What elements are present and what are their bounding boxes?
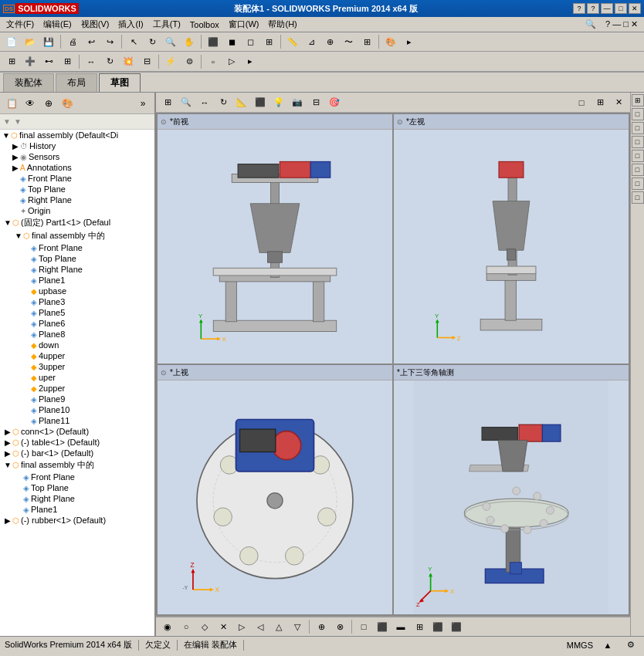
menu-tools[interactable]: 工具(T) [148,17,185,32]
tree-root[interactable]: ▼ ⬡ final assembly (Default<Di [0,130,154,140]
tree-item-plane6[interactable]: ◈ Plane6 [0,318,154,329]
vp-light[interactable]: 💡 [270,95,287,110]
tree-item-4upper[interactable]: ◆ 4upper [0,350,154,361]
tree-item-plane5[interactable]: ◈ Plane5 [0,307,154,318]
tree-item-plane8[interactable]: ◈ Plane8 [0,329,154,340]
section-button[interactable]: ⊞ [260,34,277,49]
viewport-left[interactable]: ⊙ *左视 [394,114,629,364]
vp-zoom-fit[interactable]: ⊞ [159,95,176,110]
tree-item-annotations[interactable]: ▶ A Annotations [0,162,154,173]
ref-geom-button[interactable]: ▫ [205,54,222,69]
expand-annotations[interactable]: ▶ [11,164,20,172]
status-units-button[interactable]: ▲ [599,637,616,653]
vp-fullscreen[interactable]: □ [573,95,590,110]
ft-btn-expand[interactable]: » [134,95,151,112]
vp-view[interactable]: 📐 [233,95,250,110]
redo-button[interactable]: ↪ [101,34,118,49]
expand-rubber1[interactable]: ▶ [3,516,12,525]
expand-table1[interactable]: ▶ [3,438,12,447]
menu-view[interactable]: 视图(V) [76,17,114,32]
menu-window[interactable]: 窗口(W) [224,17,264,32]
tree-item-rubber1[interactable]: ▶ ⬡ (-) rubber<1> (Default) [0,515,154,526]
vp-zoom-sel[interactable]: 🔍 [178,95,195,110]
tree-item-bar1[interactable]: ▶ ⬡ (-) bar<1> (Default) [0,448,154,458]
rp-btn-4[interactable]: □ [632,136,644,148]
more2-button[interactable]: ▸ [242,54,259,69]
tree-item-plane11[interactable]: ◈ Plane11 [0,415,154,426]
rp-btn-8[interactable]: □ [632,191,644,204]
tree-item-table1[interactable]: ▶ ⬡ (-) table<1> (Default) [0,437,154,448]
expand-asm-sub[interactable]: ▼ [14,232,23,240]
reference-button[interactable]: ⊕ [321,34,338,49]
ft-btn-1[interactable]: 📋 [3,95,20,112]
tree-item-fp3[interactable]: ◈ Front Plane [0,472,154,482]
bt-btn-1[interactable]: ◉ [159,619,176,634]
rotate-comp[interactable]: ↻ [101,54,118,69]
tree-item-down[interactable]: ◆ down [0,340,154,350]
pattern-button[interactable]: ⊞ [358,34,375,49]
vp-rotate[interactable]: ↻ [215,95,232,110]
tree-item-part1[interactable]: ▼ ⬡ (固定) Part1<1> (Defaul [0,216,154,229]
insert-component[interactable]: ➕ [22,54,39,69]
move-comp[interactable]: ↔ [83,54,100,69]
mate-button[interactable]: ⊷ [40,54,57,69]
view3d-button[interactable]: ⬛ [205,34,222,49]
tree-item-front-plane[interactable]: ◈ Front Plane [0,173,154,184]
viewport-top[interactable]: ⊙ *上视 [158,365,392,614]
collapse-button[interactable]: ⊟ [138,54,155,69]
tree-item-history[interactable]: ▶ ⏱ History [0,140,154,151]
rp-btn-1[interactable]: ⊞ [632,94,644,107]
rotate-button[interactable]: ↻ [144,34,161,49]
open-button[interactable]: 📂 [22,34,39,49]
assembly-button[interactable]: ⊞ [3,54,20,69]
bt-btn-14[interactable]: ⊞ [411,619,428,634]
menu-extra[interactable]: ? — □ ✕ [601,18,642,31]
rp-btn-6[interactable]: □ [632,164,644,176]
tree-item-tp2[interactable]: ◈ Top Plane [0,253,154,264]
menu-edit[interactable]: 编辑(E) [39,17,76,32]
help-button[interactable]: ? [587,3,599,14]
tree-item-top-plane[interactable]: ◈ Top Plane [0,184,154,194]
measure-button[interactable]: 📏 [284,34,301,49]
menu-file[interactable]: 文件(F) [2,17,39,32]
bt-btn-11[interactable]: □ [355,619,372,634]
bt-btn-5[interactable]: ▷ [233,619,250,634]
tree-item-plane3[interactable]: ◈ Plane3 [0,296,154,307]
menu-search[interactable]: 🔍 [581,18,601,31]
bt-btn-13[interactable]: ▬ [392,619,409,634]
new-motion[interactable]: ▷ [223,54,240,69]
bt-btn-8[interactable]: ▽ [289,619,306,634]
ft-btn-2[interactable]: 👁 [22,95,39,112]
bt-btn-16[interactable]: ⬛ [448,619,465,634]
vp-render[interactable]: 🎯 [326,95,343,110]
undo-button[interactable]: ↩ [83,34,100,49]
expand-sensors[interactable]: ▶ [11,153,20,161]
tree-item-rp2[interactable]: ◈ Right Plane [0,264,154,275]
tab-assembly[interactable]: 装配体 [3,73,54,92]
feature-tree[interactable]: ▼ ⬡ final assembly (Default<Di ▶ ⏱ Histo… [0,130,154,636]
curve-button[interactable]: 〜 [340,34,357,49]
clearance-button[interactable]: ⊜ [181,54,198,69]
new-button[interactable]: 📄 [3,34,20,49]
save-button[interactable]: 💾 [40,34,57,49]
tree-item-tp3[interactable]: ◈ Top Plane [0,482,154,493]
tab-layout[interactable]: 布局 [56,73,97,92]
tree-item-2upper[interactable]: ◆ 2upper [0,383,154,394]
vp-split[interactable]: ⊞ [591,95,608,110]
smart-dim-button[interactable]: ⊿ [303,34,320,49]
shaded-button[interactable]: ◼ [223,34,240,49]
vp-close[interactable]: ✕ [610,95,627,110]
explode-button[interactable]: 💥 [120,54,137,69]
select-button[interactable]: ↖ [125,34,142,49]
tree-item-asm-sub[interactable]: ▼ ⬡ final assembly 中的 [0,229,154,242]
minimize-button[interactable]: ? [573,3,585,14]
bt-btn-15[interactable]: ⬛ [429,619,446,634]
tree-item-plane10[interactable]: ◈ Plane10 [0,404,154,415]
bt-btn-9[interactable]: ⊕ [313,619,330,634]
rp-btn-5[interactable]: □ [632,150,644,162]
rp-btn-7[interactable]: □ [632,178,644,190]
bt-btn-3[interactable]: ◇ [196,619,213,634]
vp-camera[interactable]: 📷 [289,95,306,110]
tree-item-rp3[interactable]: ◈ Right Plane [0,493,154,504]
maximize-button[interactable]: □ [615,3,627,14]
